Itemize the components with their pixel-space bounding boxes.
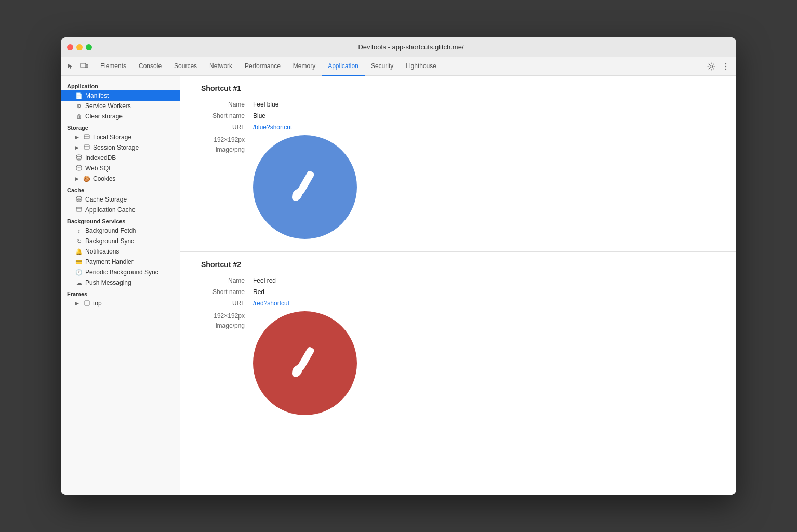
tab-elements[interactable]: Elements [94,57,132,76]
shortcut-2-image-row: 192×192px image/png [201,311,715,415]
tab-performance[interactable]: Performance [238,57,287,76]
svg-point-10 [76,155,82,157]
close-button[interactable] [67,44,73,50]
svg-point-12 [76,196,82,198]
sidebar-item-background-fetch[interactable]: ↕ Background Fetch [61,225,180,236]
sidebar-item-top[interactable]: ▶ top [61,298,180,309]
sidebar-item-cache-storage[interactable]: Cache Storage [61,194,180,205]
arrow-icon: ▶ [75,135,81,140]
shortcut-1-image [253,135,357,239]
shortcut-1-name-value: Feel blue [253,101,278,108]
paintbrush-svg-red [284,342,326,384]
shortcut-2-name-value: Feel red [253,277,276,284]
svg-rect-8 [84,145,89,149]
notifications-icon: 🔔 [75,248,83,255]
tab-console[interactable]: Console [132,57,168,76]
sidebar-item-clear-storage[interactable]: 🗑 Clear storage [61,111,180,122]
shortcut-1-name-row: Name Feel blue [201,101,715,108]
maximize-button[interactable] [86,44,92,50]
sidebar-item-payment-handler[interactable]: 💳 Payment Handler [61,257,180,267]
cookies-icon: 🍪 [83,176,90,182]
sidebar-item-session-storage[interactable]: ▶ Session Storage [61,142,180,153]
shortcut-1-short-name-label: Short name [201,112,253,119]
shortcut-2-title: Shortcut #2 [201,260,715,269]
shortcut-2-image-type: image/png [201,321,245,331]
periodic-bg-sync-icon: 🕐 [75,269,83,276]
local-storage-icon [83,134,90,141]
sidebar-item-service-workers[interactable]: ⚙ Service Workers [61,101,180,111]
svg-rect-15 [85,301,89,305]
shortcut-1-title: Shortcut #1 [201,84,715,92]
main-area: Application 📄 Manifest ⚙ Service Workers… [61,76,736,495]
tab-lighthouse[interactable]: Lighthouse [400,57,443,76]
shortcut-2-image-size: 192×192px [201,311,245,321]
traffic-lights [67,44,92,50]
settings-icon[interactable] [705,60,718,73]
manifest-icon: 📄 [75,92,83,99]
shortcut-2-name-row: Name Feel red [201,277,715,284]
shortcut-1-url-value[interactable]: /blue?shortcut [253,124,292,131]
svg-point-5 [725,68,726,69]
shortcut-2-section: Shortcut #2 Name Feel red Short name Red… [180,252,736,428]
tab-network[interactable]: Network [203,57,238,76]
sidebar-item-indexeddb[interactable]: IndexedDB [61,153,180,163]
shortcut-1-image-size: 192×192px [201,135,245,145]
tab-security[interactable]: Security [365,57,400,76]
shortcut-2-image-labels: 192×192px image/png [201,311,253,415]
sidebar-item-manifest[interactable]: 📄 Manifest [61,90,180,101]
shortcut-1-section: Shortcut #1 Name Feel blue Short name Bl… [180,76,736,252]
svg-point-2 [710,65,713,68]
sidebar-item-web-sql[interactable]: Web SQL [61,163,180,174]
minimize-button[interactable] [76,44,83,50]
shortcut-1-name-label: Name [201,101,253,108]
tab-application[interactable]: Application [322,57,365,76]
shortcut-2-name-label: Name [201,277,253,284]
shortcut-2-image [253,311,357,415]
session-storage-icon [83,144,90,151]
shortcut-2-url-value[interactable]: /red?shortcut [253,300,289,307]
shortcut-1-url-label: URL [201,124,253,131]
svg-point-3 [725,63,726,64]
svg-rect-0 [81,63,86,68]
svg-rect-6 [84,135,89,139]
sidebar-item-application-cache[interactable]: Application Cache [61,205,180,215]
sidebar-section-application: Application [61,80,180,90]
shortcut-2-url-label: URL [201,300,253,307]
shortcut-1-image-type: image/png [201,145,245,155]
sidebar-item-notifications[interactable]: 🔔 Notifications [61,246,180,257]
push-messaging-icon: ☁ [75,280,83,286]
sidebar-section-storage: Storage [61,122,180,132]
sidebar-item-periodic-background-sync[interactable]: 🕐 Periodic Background Sync [61,267,180,277]
arrow-icon: ▶ [75,176,81,181]
payment-handler-icon: 💳 [75,259,83,265]
tab-settings-area [705,60,732,73]
cursor-icon[interactable] [65,61,76,72]
background-sync-icon: ↻ [75,238,83,245]
frame-icon [83,300,90,307]
sidebar-item-cookies[interactable]: ▶ 🍪 Cookies [61,174,180,184]
arrow-icon: ▶ [75,301,81,306]
svg-point-21 [292,370,299,377]
devtools-container: Elements Console Sources Network Perform… [61,57,736,495]
svg-point-11 [76,165,82,167]
tab-memory[interactable]: Memory [287,57,322,76]
svg-point-18 [292,194,299,201]
sidebar-item-push-messaging[interactable]: ☁ Push Messaging [61,277,180,288]
background-fetch-icon: ↕ [75,228,83,234]
application-cache-icon [75,206,83,214]
paintbrush-svg [284,166,326,208]
tab-bar-icons [65,61,90,72]
device-icon[interactable] [78,61,90,72]
tab-sources[interactable]: Sources [168,57,203,76]
web-sql-icon [75,165,83,172]
shortcut-2-short-name-value: Red [253,288,264,296]
arrow-icon: ▶ [75,145,81,150]
service-workers-icon: ⚙ [75,103,83,110]
devtools-window: DevTools - app-shortcuts.glitch.me/ [61,37,736,495]
sidebar-section-cache: Cache [61,184,180,194]
shortcut-2-short-name-label: Short name [201,288,253,296]
sidebar-item-background-sync[interactable]: ↻ Background Sync [61,236,180,246]
sidebar-item-local-storage[interactable]: ▶ Local Storage [61,132,180,142]
cache-storage-icon [75,196,83,203]
more-options-icon[interactable] [720,60,732,73]
